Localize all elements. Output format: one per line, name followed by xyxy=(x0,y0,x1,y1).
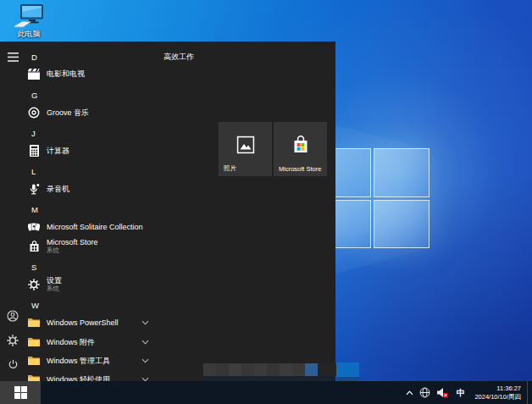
groove-music-icon xyxy=(28,107,40,119)
ime-indicator[interactable]: 中 xyxy=(452,383,468,402)
windows-flag-icon xyxy=(14,386,27,399)
power-button[interactable] xyxy=(0,352,25,376)
app-item-solitaire[interactable]: Microsoft Solitaire Collection xyxy=(25,218,169,236)
tile-label: Microsoft Store xyxy=(279,165,321,173)
tray-overflow-button[interactable] xyxy=(404,383,415,402)
pixel-block-blue xyxy=(336,362,359,377)
store-icon xyxy=(292,136,309,154)
tile-label: 照片 xyxy=(224,164,236,173)
volume-muted-icon xyxy=(436,387,448,398)
taskbar: 中 11:36:27 2024/10/10/周四 xyxy=(0,381,532,404)
calculator-icon xyxy=(28,145,40,157)
network-button[interactable] xyxy=(418,383,432,402)
network-icon xyxy=(419,387,430,398)
start-button[interactable] xyxy=(0,381,41,404)
settings-rail-button[interactable] xyxy=(0,329,25,352)
section-header-g[interactable]: G xyxy=(31,88,133,102)
clock-time: 11:36:27 xyxy=(496,385,521,393)
app-item-voice-recorder[interactable]: 录音机 xyxy=(25,180,169,198)
show-desktop-button[interactable] xyxy=(527,381,531,404)
settings-icon xyxy=(28,279,40,291)
chevron-down-icon[interactable] xyxy=(141,358,149,363)
movies-tv-icon xyxy=(28,68,40,80)
voice-recorder-icon xyxy=(28,183,40,195)
pixel-block-blue-dark xyxy=(336,377,359,381)
clock-date: 2024/10/10/周四 xyxy=(474,393,521,401)
hamburger-icon xyxy=(8,53,19,62)
taskbar-clock[interactable]: 11:36:27 2024/10/10/周四 xyxy=(471,385,524,401)
system-tray: 中 11:36:27 2024/10/10/周四 xyxy=(404,381,532,404)
photos-icon xyxy=(236,136,254,153)
user-button[interactable] xyxy=(0,304,25,328)
user-icon xyxy=(7,310,19,322)
app-folder-windows-accessories[interactable]: Windows 附件 xyxy=(25,333,169,351)
section-header-w[interactable]: W xyxy=(31,298,133,312)
pixelated-region xyxy=(202,362,361,381)
desktop-icon-label: 此电脑 xyxy=(18,29,41,40)
pixel-blocks xyxy=(203,363,336,376)
folder-icon xyxy=(28,374,40,381)
section-header-j[interactable]: J xyxy=(31,126,133,140)
app-folder-windows-admin-tools[interactable]: Windows 管理工具 xyxy=(25,351,169,370)
app-folder-windows-ease-of-access[interactable]: Windows 轻松使用 xyxy=(25,370,169,381)
folder-icon xyxy=(28,317,40,329)
solitaire-icon xyxy=(28,221,40,233)
app-item-groove-music[interactable]: Groove 音乐 xyxy=(25,103,169,122)
app-item-calculator[interactable]: 计算器 xyxy=(25,141,169,160)
pixel-strip xyxy=(202,376,335,381)
settings-icon xyxy=(7,335,19,346)
app-folder-windows-powershell[interactable]: Windows PowerShell xyxy=(25,313,169,332)
logo-pane xyxy=(374,200,430,249)
desktop-icon-this-pc[interactable]: 此电脑 xyxy=(5,3,53,40)
section-header-l[interactable]: L xyxy=(31,164,133,178)
tray-chevron-up-icon xyxy=(406,390,413,396)
tile-photos[interactable]: 照片 xyxy=(219,122,272,176)
desktop: 此电脑 xyxy=(0,0,532,404)
start-menu: D 电影和电视 G xyxy=(0,42,335,381)
volume-button[interactable] xyxy=(435,383,450,402)
section-header-m[interactable]: M xyxy=(31,202,133,216)
hamburger-button[interactable] xyxy=(0,45,25,69)
app-item-settings[interactable]: 设置 系统 xyxy=(25,274,169,296)
app-item-movies-tv[interactable]: 电影和电视 xyxy=(25,64,169,83)
section-header-s[interactable]: S xyxy=(31,260,133,274)
power-icon xyxy=(8,359,19,370)
tile-microsoft-store[interactable]: Microsoft Store xyxy=(274,122,327,176)
app-item-microsoft-store[interactable]: Microsoft Store 系统 xyxy=(25,235,169,257)
tile-group-title[interactable]: 高效工作 xyxy=(163,52,194,63)
this-pc-icon xyxy=(13,3,45,28)
store-icon xyxy=(28,241,40,252)
folder-icon xyxy=(28,355,40,367)
start-menu-rail xyxy=(0,42,25,381)
chevron-down-icon[interactable] xyxy=(141,320,149,325)
logo-pane xyxy=(374,148,430,197)
section-header-d[interactable]: D xyxy=(31,50,133,64)
folder-icon xyxy=(28,336,40,348)
chevron-down-icon[interactable] xyxy=(141,340,149,345)
